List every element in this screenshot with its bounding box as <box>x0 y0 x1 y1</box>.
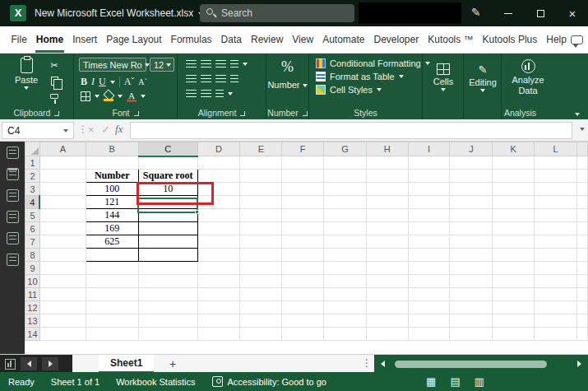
cell-K10[interactable] <box>493 275 535 288</box>
cell-H12[interactable] <box>366 301 408 314</box>
cell-E7[interactable] <box>240 235 282 249</box>
maximize-button[interactable] <box>525 0 556 26</box>
collapse-ribbon-icon[interactable] <box>575 113 580 116</box>
select-all-corner[interactable] <box>25 142 40 156</box>
underline-button[interactable]: U <box>99 76 106 88</box>
notes-icon[interactable] <box>7 189 19 202</box>
row-header-4[interactable]: 4 <box>25 196 40 209</box>
pen-icon[interactable]: ✎ <box>471 6 481 19</box>
accessibility-status[interactable]: Accessibility: Good to go <box>228 377 326 387</box>
cell-H2[interactable] <box>366 170 408 183</box>
cell-A2[interactable] <box>39 170 86 183</box>
cell-J9[interactable] <box>450 262 493 275</box>
cell-D8[interactable] <box>197 249 240 262</box>
next-sheet-button[interactable] <box>42 357 58 370</box>
cell-I14[interactable] <box>408 328 450 341</box>
cell-C9[interactable] <box>138 262 197 275</box>
cell-D14[interactable] <box>197 328 240 341</box>
menu-automate[interactable]: Automate <box>318 26 369 53</box>
cell-E10[interactable] <box>240 275 282 288</box>
row-header-14[interactable]: 14 <box>25 328 40 341</box>
cell-J4[interactable] <box>450 196 493 209</box>
cell-J8[interactable] <box>450 249 493 262</box>
column-header-C[interactable]: C <box>138 142 197 156</box>
name-box[interactable]: C4 <box>2 122 74 139</box>
orientation-icon[interactable] <box>230 60 238 68</box>
cell-G11[interactable] <box>324 288 367 301</box>
cell-D10[interactable] <box>197 275 240 288</box>
bold-button[interactable]: B <box>81 76 87 88</box>
format-as-table-button[interactable]: Format as Table <box>316 72 430 81</box>
minimize-button[interactable] <box>493 0 524 26</box>
page-layout-view-icon[interactable]: ▤ <box>450 375 460 388</box>
cell-B14[interactable] <box>86 328 138 341</box>
column-header-I[interactable]: I <box>408 142 450 156</box>
confirm-entry-icon[interactable]: ✓ <box>101 123 110 136</box>
cell-I2[interactable] <box>408 170 450 183</box>
normal-view-icon[interactable]: ▦ <box>426 375 436 388</box>
column-header-E[interactable]: E <box>240 142 282 156</box>
cell-C7[interactable] <box>138 235 197 249</box>
cell-J1[interactable] <box>450 156 493 170</box>
cell-A6[interactable] <box>39 222 86 235</box>
fill-color-dropdown-icon[interactable] <box>118 95 123 98</box>
cell-D2[interactable] <box>197 170 240 183</box>
cell-J2[interactable] <box>450 170 493 183</box>
cell-G8[interactable] <box>324 249 367 262</box>
paste-button[interactable]: Paste <box>12 58 41 90</box>
align-middle-icon[interactable] <box>201 60 211 68</box>
cell-G9[interactable] <box>324 262 367 275</box>
cell-K14[interactable] <box>493 328 535 341</box>
row-header-10[interactable]: 10 <box>25 275 40 288</box>
cell-L9[interactable] <box>535 262 577 275</box>
cell-K11[interactable] <box>493 288 535 301</box>
workbook-statistics[interactable]: Workbook Statistics <box>116 377 195 387</box>
column-header-H[interactable]: H <box>366 142 408 156</box>
menu-developer[interactable]: Developer <box>369 26 424 53</box>
cell-F11[interactable] <box>282 288 324 301</box>
merge-center-icon[interactable] <box>215 90 224 98</box>
workbook-pane-icon[interactable] <box>7 147 19 159</box>
borders-dropdown-icon[interactable] <box>95 95 100 98</box>
cell-F7[interactable] <box>282 235 324 249</box>
cell-I11[interactable] <box>408 288 450 301</box>
cell-I10[interactable] <box>408 275 450 288</box>
cell-C6[interactable] <box>138 222 197 235</box>
cell-I3[interactable] <box>408 183 450 196</box>
cell-D4[interactable] <box>197 196 240 209</box>
cell-L12[interactable] <box>535 301 577 314</box>
column-header-A[interactable]: A <box>39 142 86 156</box>
cell-E3[interactable] <box>240 183 282 196</box>
cell-E13[interactable] <box>240 314 282 328</box>
menu-review[interactable]: Review <box>246 26 287 53</box>
cell-B4[interactable]: 121 <box>86 196 138 209</box>
cell-F12[interactable] <box>282 301 324 314</box>
cell-B7[interactable]: 625 <box>86 235 138 249</box>
cell-L4[interactable] <box>535 196 577 209</box>
cell-B12[interactable] <box>86 301 138 314</box>
cell-G1[interactable] <box>324 156 367 170</box>
cell-I13[interactable] <box>408 314 450 328</box>
menu-page-layout[interactable]: Page Layout <box>102 26 166 53</box>
cell-F14[interactable] <box>282 328 324 341</box>
cell-F9[interactable] <box>282 262 324 275</box>
row-header-7[interactable]: 7 <box>25 235 40 249</box>
borders-icon[interactable] <box>81 91 90 101</box>
cell-B13[interactable] <box>86 314 138 328</box>
cell-I7[interactable] <box>408 235 450 249</box>
clipboard-dialog-launcher-icon[interactable] <box>54 111 59 116</box>
cell-J13[interactable] <box>450 314 493 328</box>
cell-K12[interactable] <box>493 301 535 314</box>
cell-B1[interactable] <box>86 156 138 170</box>
menu-kutools-plus[interactable]: Kutools Plus <box>478 26 542 53</box>
menu-home[interactable]: Home <box>31 26 67 53</box>
cell-J12[interactable] <box>450 301 493 314</box>
cell-K9[interactable] <box>493 262 535 275</box>
cells-button[interactable]: Cells <box>428 63 458 91</box>
row-header-1[interactable]: 1 <box>25 156 40 170</box>
cell-C10[interactable] <box>138 275 197 288</box>
cell-K8[interactable] <box>493 249 535 262</box>
row-header-8[interactable]: 8 <box>25 249 40 262</box>
fill-color-icon[interactable] <box>104 91 113 101</box>
cell-G4[interactable] <box>324 196 367 209</box>
